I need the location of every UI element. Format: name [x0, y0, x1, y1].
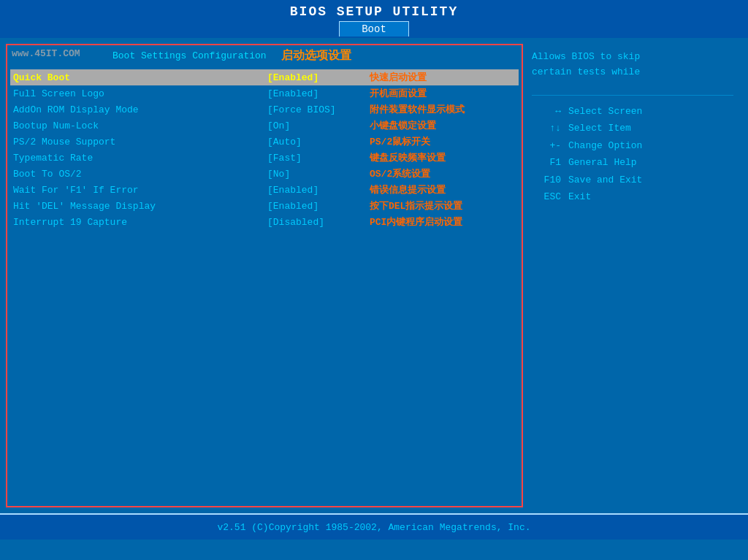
panel-title-en: Boot Settings Configuration — [112, 50, 267, 61]
divider — [532, 95, 733, 96]
watermark: www.45IT.COM — [12, 48, 80, 59]
boot-tab: Boot — [339, 21, 409, 37]
setting-value: [Enabled] — [267, 72, 370, 83]
table-row[interactable]: Bootup Num-Lock[On]小键盘锁定设置 — [10, 118, 519, 134]
table-row[interactable]: Wait For 'F1' If Error[Enabled]错误信息提示设置 — [10, 182, 519, 198]
setting-name: Quick Boot — [13, 72, 267, 83]
keybind-key: +- — [532, 139, 561, 153]
setting-value: [On] — [267, 120, 370, 131]
keybind-row: ↑↓Select Item — [532, 120, 733, 137]
keybind-desc: Change Option — [568, 139, 733, 153]
setting-name: Bootup Num-Lock — [13, 120, 267, 131]
setting-cn: PS/2鼠标开关 — [370, 135, 516, 148]
setting-value: [Enabled] — [267, 88, 370, 99]
help-text: Allows BIOS to skip certain tests while — [532, 50, 733, 80]
setting-name: Typematic Rate — [13, 153, 267, 164]
setting-value: [Auto] — [267, 137, 370, 147]
keybind-key: ↔ — [532, 104, 561, 119]
setting-cn: 按下DEL指示提示设置 — [370, 199, 516, 212]
footer: v2.51 (C)Copyright 1985-2002, American M… — [0, 513, 748, 540]
keybind-desc: Select Item — [568, 121, 733, 136]
main-content: www.45IT.COM Boot Settings Configuration… — [0, 38, 748, 513]
keybind-desc: General Help — [568, 156, 733, 170]
keybind-desc: Exit — [568, 190, 733, 204]
keybind-row: ESCExit — [532, 188, 733, 206]
table-row[interactable]: AddOn ROM Display Mode[Force BIOS]附件装置软件… — [10, 101, 519, 118]
keybind-key: F1 — [532, 156, 561, 170]
setting-cn: 附件装置软件显示模式 — [370, 103, 516, 116]
keybind-row: F1General Help — [532, 154, 733, 172]
setting-name: AddOn ROM Display Mode — [13, 104, 267, 115]
keybind-key: F10 — [532, 173, 561, 188]
setting-name: PS/2 Mouse Support — [13, 137, 267, 147]
keybind-key: ESC — [532, 190, 561, 204]
bios-title: BIOS SETUP UTILITY — [0, 4, 748, 19]
setting-cn: 键盘反映频率设置 — [370, 151, 516, 164]
setting-value: [Enabled] — [267, 185, 370, 196]
setting-name: Wait For 'F1' If Error — [13, 185, 267, 196]
setting-name: Hit 'DEL' Message Display — [13, 201, 267, 212]
right-panel: Allows BIOS to skip certain tests while … — [523, 44, 742, 507]
setting-cn: 快速启动设置 — [370, 71, 516, 84]
setting-cn: 错误信息提示设置 — [370, 183, 516, 196]
setting-cn: 小键盘锁定设置 — [370, 119, 516, 132]
setting-name: Boot To OS/2 — [13, 169, 267, 180]
table-row[interactable]: Typematic Rate[Fast]键盘反映频率设置 — [10, 150, 519, 166]
left-panel: www.45IT.COM Boot Settings Configuration… — [6, 44, 523, 507]
setting-value: [No] — [267, 169, 370, 180]
table-row[interactable]: Quick Boot[Enabled]快速启动设置 — [10, 69, 519, 85]
setting-cn: PCI内键程序启动设置 — [370, 215, 516, 229]
footer-text: v2.51 (C)Copyright 1985-2002, American M… — [217, 522, 530, 533]
keybind-desc: Select Screen — [568, 104, 733, 119]
table-row[interactable]: Interrupt 19 Capture[Disabled]PCI内键程序启动设… — [10, 214, 519, 230]
setting-cn: 开机画面设置 — [370, 87, 516, 100]
setting-name: Full Screen Logo — [13, 88, 267, 99]
panel-title-row: Boot Settings Configuration 启动选项设置 — [10, 48, 519, 64]
keybind-row: ↔Select Screen — [532, 103, 733, 120]
table-row[interactable]: Full Screen Logo[Enabled]开机画面设置 — [10, 85, 519, 101]
bios-header: BIOS SETUP UTILITY Boot — [0, 0, 748, 38]
keybind-row: F10Save and Exit — [532, 172, 733, 189]
setting-value: [Disabled] — [267, 217, 370, 228]
settings-table: Quick Boot[Enabled]快速启动设置Full Screen Log… — [10, 69, 519, 230]
panel-title-cn: 启动选项设置 — [281, 48, 351, 64]
table-row[interactable]: PS/2 Mouse Support[Auto]PS/2鼠标开关 — [10, 134, 519, 150]
table-row[interactable]: Boot To OS/2[No]OS/2系统设置 — [10, 166, 519, 182]
setting-cn: OS/2系统设置 — [370, 167, 516, 180]
keybind-row: +-Change Option — [532, 137, 733, 155]
setting-value: [Fast] — [267, 153, 370, 164]
setting-value: [Enabled] — [267, 201, 370, 212]
keybind-list: ↔Select Screen↑↓Select Item+-Change Opti… — [532, 103, 733, 206]
table-row[interactable]: Hit 'DEL' Message Display[Enabled]按下DEL指… — [10, 198, 519, 214]
keybind-desc: Save and Exit — [568, 173, 733, 188]
setting-name: Interrupt 19 Capture — [13, 217, 267, 228]
setting-value: [Force BIOS] — [267, 104, 370, 115]
keybind-key: ↑↓ — [532, 121, 561, 136]
